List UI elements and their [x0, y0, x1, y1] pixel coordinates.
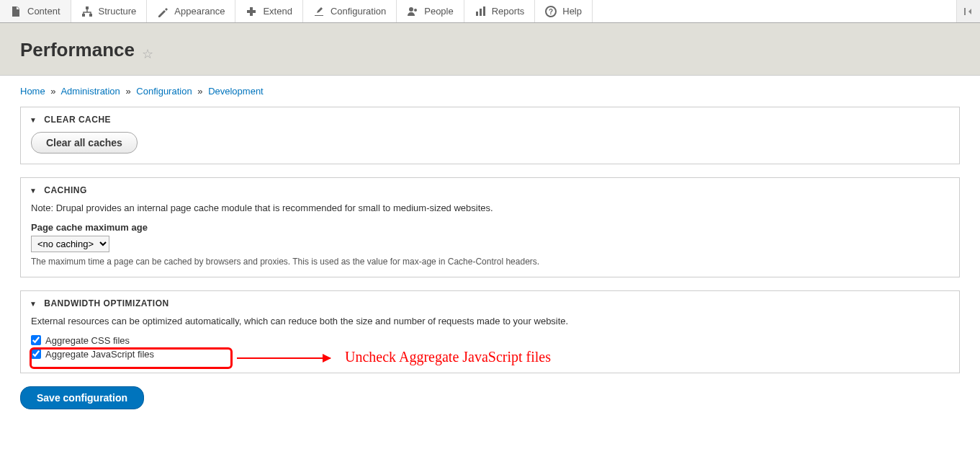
panel-header-clear-cache[interactable]: ▼ Clear cache — [21, 107, 959, 132]
toolbar-label: People — [424, 6, 453, 17]
toolbar-item-reports[interactable]: Reports — [464, 0, 536, 22]
panel-header-caching[interactable]: ▼ Caching — [21, 178, 959, 203]
breadcrumb-dev[interactable]: Development — [208, 86, 264, 97]
svg-rect-0 — [86, 6, 89, 9]
caret-down-icon: ▼ — [30, 300, 37, 308]
caching-note: Note: Drupal provides an internal page c… — [31, 203, 949, 213]
panel-caching: ▼ Caching Note: Drupal provides an inter… — [20, 177, 960, 277]
svg-rect-7 — [483, 6, 485, 16]
breadcrumb-config[interactable]: Configuration — [136, 86, 192, 97]
toolbar-item-appearance[interactable]: Appearance — [147, 0, 235, 22]
toolbar-label: Extend — [263, 6, 292, 17]
svg-rect-1 — [82, 14, 85, 17]
toolbar-label: Structure — [99, 6, 137, 17]
config-icon — [313, 6, 325, 17]
panel-title: Clear cache — [44, 115, 111, 125]
svg-rect-10 — [964, 8, 966, 15]
page-title: Performance — [20, 39, 135, 61]
annotation-arrow — [237, 357, 331, 359]
toolbar-label: Configuration — [331, 6, 386, 17]
collapse-icon — [963, 6, 974, 17]
max-age-description: The maximum time a page can be cached by… — [31, 257, 949, 267]
svg-rect-5 — [476, 12, 478, 16]
breadcrumb: Home » Administration » Configuration » … — [0, 76, 980, 107]
aggregate-js-checkbox[interactable] — [31, 349, 41, 359]
breadcrumb-separator: » — [197, 86, 202, 97]
breadcrumb-separator: » — [125, 86, 130, 97]
help-icon: ? — [545, 6, 557, 17]
save-configuration-button[interactable]: Save configuration — [20, 386, 144, 409]
aggregate-js-label: Aggregate JavaScript files — [45, 349, 154, 360]
max-age-select[interactable]: <no caching> — [31, 236, 109, 252]
panel-header-bandwidth[interactable]: ▼ Bandwidth optimization — [21, 291, 959, 316]
svg-rect-6 — [480, 9, 482, 16]
bandwidth-note: External resources can be optimized auto… — [31, 316, 949, 326]
structure-icon — [81, 6, 93, 17]
breadcrumb-admin[interactable]: Administration — [60, 86, 120, 97]
toolbar-label: Reports — [492, 6, 525, 17]
favorite-star-icon[interactable]: ☆ — [142, 47, 153, 61]
toolbar-item-content[interactable]: Content — [0, 0, 71, 22]
extend-icon — [246, 6, 257, 17]
max-age-label: Page cache maximum age — [31, 222, 949, 233]
toolbar-item-configuration[interactable]: Configuration — [303, 0, 397, 22]
admin-toolbar: Content Structure Appearance Extend Conf… — [0, 0, 980, 23]
svg-rect-2 — [89, 14, 92, 17]
toolbar-label: Appearance — [174, 6, 225, 17]
aggregate-css-label: Aggregate CSS files — [45, 335, 130, 346]
people-icon — [407, 6, 418, 17]
breadcrumb-home[interactable]: Home — [20, 86, 45, 97]
breadcrumb-separator: » — [50, 86, 55, 97]
toolbar-label: Help — [562, 6, 582, 17]
clear-all-caches-button[interactable]: Clear all caches — [31, 132, 138, 154]
panel-clear-cache: ▼ Clear cache Clear all caches — [20, 107, 960, 164]
reports-icon — [475, 6, 486, 17]
aggregate-css-checkbox[interactable] — [31, 335, 41, 345]
panel-bandwidth: ▼ Bandwidth optimization External resour… — [20, 290, 960, 373]
aggregate-css-row: Aggregate CSS files — [31, 335, 949, 346]
svg-point-4 — [414, 9, 417, 12]
panel-title: Bandwidth optimization — [44, 298, 168, 308]
content-icon — [10, 6, 22, 17]
annotation-text: Uncheck Aggregate JavaScript files — [345, 349, 551, 365]
toolbar-collapse[interactable] — [956, 0, 980, 22]
caret-down-icon: ▼ — [30, 187, 37, 195]
toolbar-item-people[interactable]: People — [397, 0, 464, 22]
panel-title: Caching — [44, 185, 87, 195]
caret-down-icon: ▼ — [30, 116, 37, 124]
toolbar-label: Content — [27, 6, 60, 17]
toolbar-item-extend[interactable]: Extend — [235, 0, 302, 22]
toolbar-item-help[interactable]: ? Help — [535, 0, 593, 22]
appearance-icon — [157, 6, 168, 17]
svg-text:?: ? — [549, 8, 553, 16]
svg-point-3 — [409, 7, 413, 12]
toolbar-item-structure[interactable]: Structure — [71, 0, 148, 22]
title-region: Performance ☆ — [0, 23, 980, 76]
